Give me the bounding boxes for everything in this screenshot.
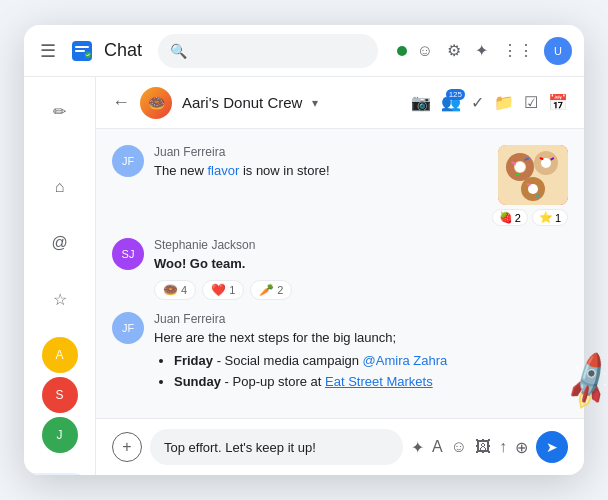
avatar-juan-2: JF [112,312,144,344]
reaction-carrot[interactable]: 🥕 2 [250,280,292,300]
members-badge: 125 [446,89,465,100]
chevron-down-icon[interactable]: ▾ [312,96,318,110]
contact-avatar-2: S [42,377,78,413]
user-avatar[interactable]: U [544,37,572,65]
settings-icon[interactable]: ⚙ [443,37,465,64]
contact-1[interactable]: A [32,337,87,373]
reaction-count-carrot: 2 [277,284,283,296]
link-eat-street[interactable]: Eat Street Markets [325,374,433,389]
message-row-1: JF Juan Ferreira The new flavor is now i… [112,145,568,226]
compose-icon[interactable]: ✏ [38,89,82,133]
chat-header: ← 🍩 Aari's Donut Crew ▾ 📷 👥 125 ✓ 📁 ☑ 📅 [96,77,584,129]
image-reaction-star[interactable]: ⭐ 1 [532,209,568,226]
sidebar-star[interactable]: ☆ [24,273,95,325]
donut-image-container: 🍓 2 ⭐ 1 [492,145,568,226]
emoji-icon[interactable]: ☺ [413,38,437,64]
group-avatar: 🍩 [140,87,172,119]
send-button[interactable]: ➤ [536,431,568,463]
top-bar: ☰ Chat 🔍 ☺ ⚙ ✦ ⋮⋮ U [24,25,584,77]
format-icon[interactable]: A [432,438,443,456]
message-row-2: SJ Stephanie Jackson Woo! Go team. 🍩 4 ❤… [112,238,568,300]
bullet-item-friday: Friday - Social media campaign @Amira Za… [174,351,568,372]
contact-3[interactable]: J [32,417,87,453]
sidebar-home[interactable]: ⌂ [24,161,95,213]
reactions-row: 🍩 4 ❤️ 1 🥕 2 [154,280,568,300]
main-content: ✏ ⌂ @ ☆ A [24,77,584,475]
sidebar-contacts: A S J [24,333,95,457]
bullet-list: Friday - Social media campaign @Amira Za… [154,351,568,393]
message-content-1: Juan Ferreira The new flavor is now in s… [154,145,482,181]
lightning-input-icon[interactable]: ✦ [411,438,424,457]
home-icon[interactable]: ⌂ [38,165,82,209]
message-bubble-2: Woo! Go team. [154,254,568,274]
reaction-donut[interactable]: 🍩 4 [154,280,196,300]
sidebar-mention[interactable]: @ [24,217,95,269]
mention-icon[interactable]: @ [38,221,82,265]
search-icon: 🔍 [170,43,187,59]
contact-2[interactable]: S [32,377,87,413]
check-icon[interactable]: ✓ [471,93,484,112]
message-bubble-1: The new flavor is now in store! [154,161,482,181]
donut-svg [498,145,568,205]
emoji-input-icon[interactable]: ☺ [451,438,467,456]
grid-icon[interactable]: ⋮⋮ [498,37,538,64]
reaction-count-star: 1 [555,212,561,224]
send-icon: ➤ [546,439,558,455]
contact-avatar-3: J [42,417,78,453]
donut-image [498,145,568,205]
messages-list: JF Juan Ferreira The new flavor is now i… [96,129,584,418]
app-logo [68,37,96,65]
sender-juan-2: Juan Ferreira [154,312,568,326]
avatar-stephanie: SJ [112,238,144,270]
message-row-3: JF Juan Ferreira Here are the next steps… [112,312,568,393]
star-icon[interactable]: ☆ [38,277,82,321]
chat-title[interactable]: Aari's Donut Crew [182,94,302,111]
image-reactions: 🍓 2 ⭐ 1 [492,209,568,226]
folder-icon[interactable]: 📁 [494,93,514,112]
task-icon[interactable]: ☑ [524,93,538,112]
message-bubble-3: Here are the next steps for the big laun… [154,328,568,393]
message-content-3: Juan Ferreira Here are the next steps fo… [154,312,568,393]
members-icon[interactable]: 👥 125 [441,93,461,112]
calendar-icon[interactable]: 📅 [548,93,568,112]
sender-stephanie: Stephanie Jackson [154,238,568,252]
chat-header-actions: 📷 👥 125 ✓ 📁 ☑ 📅 [411,93,568,112]
input-icons: ✦ A ☺ 🖼 ↑ ⊕ [411,438,528,457]
topbar-actions: ☺ ⚙ ✦ ⋮⋮ U [397,37,572,65]
sidebar: ✏ ⌂ @ ☆ A [24,77,96,475]
add-attachment-button[interactable]: + [112,432,142,462]
reaction-heart[interactable]: ❤️ 1 [202,280,244,300]
reaction-count-strawberry: 2 [515,212,521,224]
sidebar-active-item[interactable]: 🍩 [24,473,95,475]
avatar-juan-1: JF [112,145,144,177]
lightning-icon[interactable]: ✦ [471,37,492,64]
sender-juan-1: Juan Ferreira [154,145,482,159]
contact-avatar-1: A [42,337,78,373]
search-bar[interactable]: 🔍 [158,34,378,68]
upload-icon[interactable]: ↑ [499,438,507,456]
video-icon[interactable]: 📷 [411,93,431,112]
menu-icon[interactable]: ☰ [36,36,60,66]
app-title: Chat [104,40,142,61]
image-input-icon[interactable]: 🖼 [475,438,491,456]
reaction-count-heart: 1 [229,284,235,296]
highlight-flavor: flavor [207,163,239,178]
chat-area: ← 🍩 Aari's Donut Crew ▾ 📷 👥 125 ✓ 📁 ☑ 📅 [96,77,584,475]
mention-amira[interactable]: @Amira Zahra [363,353,448,368]
input-area: + Top effort. Let's keep it up! ✦ A ☺ 🖼 … [96,418,584,475]
input-text: Top effort. Let's keep it up! [164,440,316,455]
back-button[interactable]: ← [112,92,130,113]
sidebar-compose[interactable]: ✏ [24,85,95,137]
svg-point-5 [515,162,525,172]
reaction-count-donut: 4 [181,284,187,296]
message-content-2: Stephanie Jackson Woo! Go team. 🍩 4 ❤️ 1… [154,238,568,300]
status-indicator[interactable] [397,46,407,56]
message-input[interactable]: Top effort. Let's keep it up! [150,429,403,465]
more-options-icon[interactable]: ⊕ [515,438,528,457]
bullet-item-sunday: Sunday - Pop-up store at Eat Street Mark… [174,372,568,393]
image-reaction-strawberry[interactable]: 🍓 2 [492,209,528,226]
